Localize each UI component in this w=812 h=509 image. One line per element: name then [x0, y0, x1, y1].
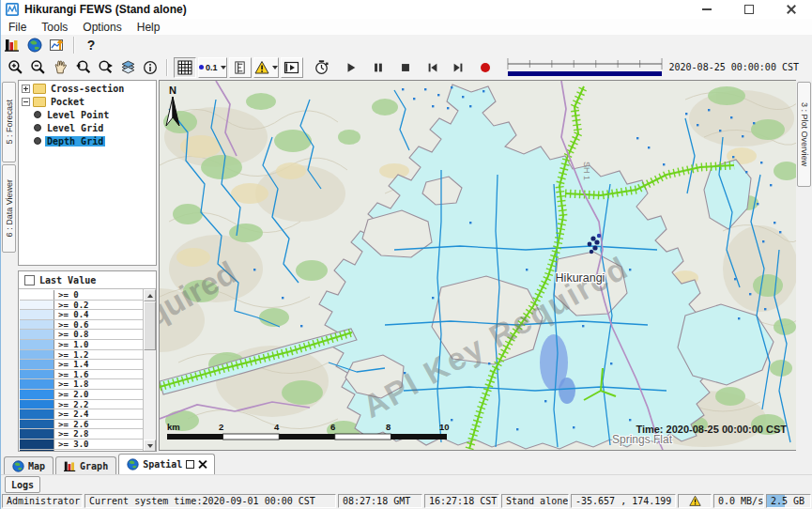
- legend-label: >= 3.2: [54, 450, 89, 452]
- map-time-label: Time: 2020-08-25 00:00:00 CST: [636, 424, 787, 435]
- status-user: Administrator: [2, 494, 83, 508]
- zoom-previous-icon: [75, 59, 91, 75]
- status-coordinates: -35.657 , 174.199: [571, 494, 676, 508]
- last-value-checkbox[interactable]: [24, 275, 35, 285]
- status-memory: 2.5 GB: [766, 494, 811, 508]
- record-button[interactable]: [475, 58, 496, 77]
- grid-icon: [177, 60, 192, 75]
- tree-item-pocket[interactable]: Pocket: [19, 96, 156, 107]
- layers-icon: [120, 59, 136, 75]
- thresholds-dropdown[interactable]: [253, 57, 279, 78]
- menu-tools[interactable]: Tools: [34, 20, 75, 35]
- legend-swatch: [20, 409, 54, 419]
- legend-row: >= 2.8: [20, 429, 143, 440]
- tab-map[interactable]: Map: [4, 456, 54, 474]
- globe-icon: [127, 458, 139, 470]
- classbreaks-dropdown[interactable]: 0.1: [198, 57, 227, 78]
- legend-row: >= 1.6: [20, 370, 143, 380]
- collapse-icon[interactable]: [22, 98, 30, 106]
- layers-button[interactable]: [117, 58, 138, 77]
- legend-panel: Last Value >= 0 >= 0.2 >= 0.4 >= 0.6 >= …: [18, 270, 157, 452]
- legend-label: >= 1.0: [54, 340, 89, 349]
- scroll-up-button[interactable]: [144, 289, 156, 301]
- minimize-button[interactable]: [685, 0, 728, 19]
- pan-hand-icon: [53, 59, 69, 75]
- zoom-next-button[interactable]: [95, 58, 115, 77]
- profile-tool-button[interactable]: [229, 57, 252, 78]
- pan-button[interactable]: [50, 58, 70, 77]
- tab-graph[interactable]: Graph: [55, 456, 116, 474]
- help-button[interactable]: ?: [81, 36, 101, 54]
- grid-toggle-button[interactable]: [174, 57, 196, 78]
- close-button[interactable]: [770, 0, 812, 19]
- app-window: Hikurangi FEWS (Stand alone) File Tools …: [0, 0, 812, 509]
- warning-triangle-icon: [689, 495, 701, 507]
- scroll-down-button[interactable]: [144, 440, 156, 452]
- tree-item-cross-section[interactable]: Cross-section: [19, 83, 156, 94]
- expand-icon[interactable]: [22, 85, 30, 93]
- legend-row: >= 0: [20, 290, 143, 301]
- tab-forecast-label: 5 : Forecast: [5, 100, 14, 145]
- map-canvas[interactable]: API Key Required API Key Required Hikura…: [159, 80, 798, 451]
- tree-item-label[interactable]: Pocket: [49, 97, 86, 107]
- legend-scrollbar[interactable]: [143, 289, 156, 452]
- menu-file[interactable]: File: [1, 20, 34, 35]
- tree-item-depth-grid-selected[interactable]: Depth Grid: [19, 135, 156, 147]
- tree-item-label[interactable]: Level Grid: [45, 123, 105, 133]
- zoom-in-button[interactable]: [5, 58, 25, 77]
- status-system-time: Current system time:2020-09-01 00:00 CST: [84, 494, 336, 508]
- node-bullet-icon: [34, 111, 41, 118]
- tab-forecast[interactable]: 5 : Forecast: [2, 82, 16, 162]
- scrollbar-thumb[interactable]: [144, 301, 156, 350]
- tree-item-level-point[interactable]: Level Point: [19, 109, 156, 120]
- logs-button[interactable]: Logs: [5, 476, 40, 493]
- close-pane-icon[interactable]: [198, 460, 207, 469]
- map-display-button[interactable]: [24, 36, 45, 54]
- legend-label: >= 2.4: [54, 409, 89, 419]
- status-warning-cell[interactable]: [678, 494, 712, 508]
- status-local-time: 16:27:18 CST: [424, 494, 499, 508]
- animation-export-button[interactable]: [281, 57, 303, 78]
- left-tab-strip: 5 : Forecast 6 : Data Viewer: [1, 80, 18, 454]
- legend-row: >= 0.2: [20, 301, 143, 311]
- set-time-button[interactable]: [312, 58, 332, 77]
- first-step-button[interactable]: [422, 58, 443, 77]
- tree-item-label-selected[interactable]: Depth Grid: [45, 136, 105, 147]
- zoom-in-icon: [8, 59, 23, 75]
- timeseries-display-button[interactable]: [47, 36, 68, 54]
- zoom-out-icon: [30, 59, 46, 75]
- legend-label: >= 0.6: [54, 320, 89, 330]
- menu-help[interactable]: Help: [130, 20, 168, 35]
- info-button[interactable]: [140, 58, 161, 77]
- zoom-previous-button[interactable]: [72, 58, 93, 77]
- legend-label: >= 2.0: [54, 390, 89, 399]
- time-slider[interactable]: [506, 56, 664, 79]
- zoom-out-button[interactable]: [27, 58, 48, 77]
- last-step-button[interactable]: [448, 58, 468, 77]
- tab-data-viewer[interactable]: 6 : Data Viewer: [2, 164, 16, 253]
- tree-item-level-grid[interactable]: Level Grid: [19, 122, 156, 133]
- legend-class-list: >= 0 >= 0.2 >= 0.4 >= 0.6 >= 0.8 >= 1.0 …: [20, 290, 143, 451]
- chevron-down-icon: [221, 66, 226, 69]
- play-button[interactable]: [341, 58, 361, 77]
- title-bar[interactable]: Hikurangi FEWS (Stand alone): [1, 0, 812, 19]
- filters-tree[interactable]: Cross-section Pocket Level Point Level G…: [18, 80, 157, 266]
- classbreak-value: 0.1: [206, 63, 218, 72]
- tab-spatial-label: Spatial: [143, 459, 182, 470]
- legend-row: >= 2.4: [20, 409, 143, 420]
- map-svg: API Key Required API Key Required Hikura…: [160, 81, 797, 450]
- pause-button[interactable]: [368, 58, 389, 77]
- tab-plot-overview[interactable]: 3 : Plot Overview: [797, 82, 811, 187]
- window-title: Hikurangi FEWS (Stand alone): [24, 3, 187, 16]
- stop-button[interactable]: [395, 58, 416, 77]
- tree-item-label[interactable]: Level Point: [45, 110, 111, 120]
- legend-swatch: [20, 370, 54, 379]
- menu-options[interactable]: Options: [75, 20, 129, 35]
- tab-spatial-active[interactable]: Spatial: [118, 454, 215, 474]
- database-display-button[interactable]: [2, 36, 23, 54]
- maximize-button[interactable]: [728, 0, 770, 19]
- restore-pane-icon[interactable]: [186, 460, 194, 469]
- legend-swatch: [20, 450, 54, 452]
- tree-item-label[interactable]: Cross-section: [49, 84, 126, 94]
- filter-panel: Cross-section Pocket Level Point Level G…: [18, 80, 159, 454]
